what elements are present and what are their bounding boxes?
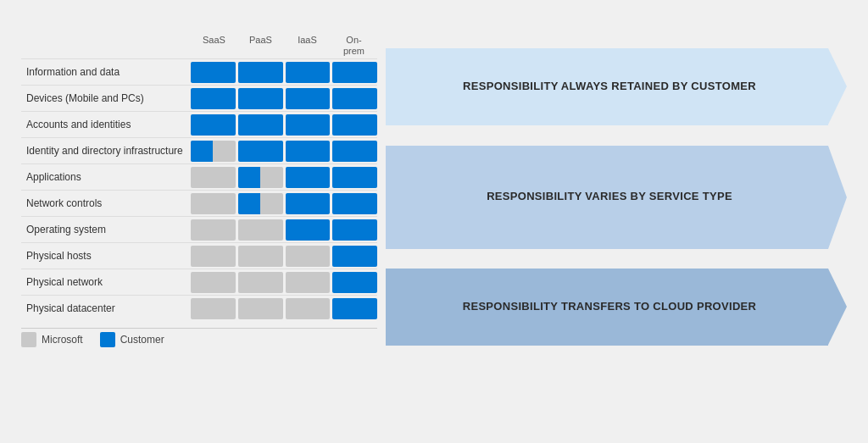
row-cells-3 [191,138,377,163]
legend-item-1: Customer [100,332,164,347]
table-row: Devices (Mobile and PCs) [21,85,377,111]
cell-5-1 [238,193,283,214]
row-label-7: Physical hosts [21,250,191,262]
legend-label-1: Customer [120,334,164,346]
cell-3-0 [191,141,236,162]
arrow-1: RESPONSIBILITY VARIES BY SERVICE TYPE [386,146,847,249]
row-label-5: Network controls [21,197,191,209]
cell-0-0 [191,62,236,83]
row-cells-4 [191,164,377,190]
row-cells-2 [191,112,377,137]
cell-2-2 [286,114,331,136]
cell-0-3 [332,62,377,83]
service-col-headers: SaaSPaaSIaaSOn-prem [191,35,377,57]
arrow-2: RESPONSIBILITY TRANSFERS TO CLOUD PROVID… [386,269,847,346]
table-row: Applications [21,163,377,190]
legend-label-0: Microsoft [42,334,83,346]
cell-1-2 [286,88,331,109]
cell-5-2 [286,193,331,214]
cell-8-2 [286,272,331,293]
col-header-3: On-prem [331,35,377,57]
row-label-0: Information and data [21,66,191,78]
legend: MicrosoftCustomer [21,328,377,347]
arrow-0: RESPONSIBILITY ALWAYS RETAINED BY CUSTOM… [386,48,847,125]
legend-color-blue [100,332,115,347]
cell-8-0 [191,272,236,293]
table-row: Network controls [21,190,377,216]
cell-0-2 [286,62,331,83]
table-row: Physical hosts [21,242,377,269]
arrows-section: RESPONSIBILITY ALWAYS RETAINED BY CUSTOM… [377,35,847,347]
cell-0-1 [238,62,283,83]
cell-7-3 [332,246,377,267]
row-cells-0 [191,59,377,85]
responsibility-table: SaaSPaaSIaaSOn-prem Information and data… [21,35,377,347]
row-cells-6 [191,217,377,242]
row-label-2: Accounts and identities [21,119,191,130]
cell-7-1 [238,246,283,267]
table-row: Identity and directory infrastructure [21,137,377,163]
cell-2-0 [191,114,236,136]
cell-8-3 [332,272,377,293]
cell-3-2 [286,141,331,162]
legend-color-gray [21,332,36,347]
cell-6-0 [191,219,236,241]
row-label-4: Applications [21,171,191,183]
row-label-6: Operating system [21,224,191,235]
row-label-8: Physical network [21,276,191,288]
row-label-1: Devices (Mobile and PCs) [21,92,191,104]
table-row: Information and data [21,58,377,85]
table-row: Accounts and identities [21,111,377,137]
table-row: Physical datacenter [21,295,377,321]
row-cells-1 [191,86,377,111]
cell-1-1 [238,88,283,109]
cell-4-1 [238,167,283,188]
cell-7-2 [286,246,331,267]
row-cells-7 [191,243,377,269]
arrow-text-2: RESPONSIBILITY TRANSFERS TO CLOUD PROVID… [463,300,757,314]
cell-7-0 [191,246,236,267]
cell-3-3 [332,141,377,162]
cell-1-0 [191,88,236,109]
table-row: Physical network [21,269,377,295]
table-row: Operating system [21,216,377,242]
cell-9-3 [332,298,377,319]
cell-5-3 [332,193,377,214]
col-header-0: SaaS [191,35,237,57]
cell-1-3 [332,88,377,109]
cell-8-1 [238,272,283,293]
cell-4-0 [191,167,236,188]
cell-9-0 [191,298,236,319]
legend-item-0: Microsoft [21,332,83,347]
row-label-3: Identity and directory infrastructure [21,145,191,157]
arrow-text-0: RESPONSIBILITY ALWAYS RETAINED BY CUSTOM… [463,80,756,94]
table-header: SaaSPaaSIaaSOn-prem [21,35,377,57]
col-header-1: PaaS [237,35,284,57]
col-header-2: IaaS [284,35,331,57]
cell-4-3 [332,167,377,188]
row-label-9: Physical datacenter [21,302,191,314]
cell-3-1 [238,141,283,162]
table-body: Information and dataDevices (Mobile and … [21,58,377,321]
cell-6-2 [286,219,331,241]
cell-6-3 [332,219,377,241]
cell-9-2 [286,298,331,319]
arrow-text-1: RESPONSIBILITY VARIES BY SERVICE TYPE [487,190,732,204]
content-area: SaaSPaaSIaaSOn-prem Information and data… [21,35,847,347]
main-container: SaaSPaaSIaaSOn-prem Information and data… [4,4,864,439]
cell-2-1 [238,114,283,136]
row-cells-5 [191,191,377,216]
cell-4-2 [286,167,331,188]
cell-2-3 [332,114,377,136]
cell-5-0 [191,193,236,214]
responsibility-col-header [21,35,191,57]
row-cells-9 [191,296,377,321]
row-cells-8 [191,269,377,295]
cell-6-1 [238,219,283,241]
cell-9-1 [238,298,283,319]
